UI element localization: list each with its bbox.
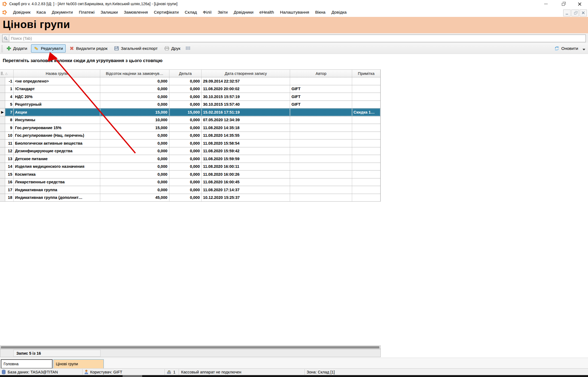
close-button[interactable] (571, 0, 588, 8)
cell-name[interactable]: Акции (14, 108, 100, 116)
menu-item-5[interactable]: Залишки (98, 8, 121, 16)
cell-id[interactable]: 9 (5, 124, 14, 132)
cell-created[interactable]: 11.08.2020 15:58:54 (202, 139, 290, 147)
cell-author[interactable] (290, 132, 352, 139)
cell-delta[interactable]: 0,000 (169, 124, 202, 132)
tab-price-groups[interactable]: Цінові групи (53, 359, 104, 369)
table-row[interactable]: 18Индикативная группа (дополнит…45,0000,… (0, 194, 380, 202)
cell-delta[interactable]: 0,000 (169, 139, 202, 147)
cell-name[interactable]: Инсулины (14, 116, 100, 124)
cell-note[interactable]: Скидка 1… (352, 108, 380, 116)
cell-name[interactable]: Дезинфицирующие средства (14, 147, 100, 155)
restore-button[interactable] (554, 0, 571, 8)
cell-note[interactable] (352, 124, 380, 132)
cell-author[interactable] (290, 147, 352, 155)
cell-id[interactable]: 4 (5, 93, 14, 101)
cell-markup[interactable]: 0,000 (100, 147, 169, 155)
cell-author[interactable]: GIFT (290, 85, 352, 93)
cell-author[interactable] (290, 163, 352, 171)
cell-delta[interactable]: 0,000 (169, 186, 202, 194)
table-row[interactable]: 13Детское питание0,0000,00011.08.2020 15… (0, 155, 380, 163)
search-input[interactable]: Поиск (Tab) (2, 35, 586, 42)
cell-note[interactable] (352, 132, 380, 139)
minimize-button[interactable] (537, 0, 554, 8)
cell-created[interactable]: 11.08.2020 20:00:02 (202, 85, 290, 93)
cell-created[interactable]: 11.08.2020 14:35:18 (202, 124, 290, 132)
cell-note[interactable] (352, 171, 380, 178)
table-row[interactable]: 1!Стандарт0,0000,00011.08.2020 20:00:02G… (0, 85, 380, 93)
cell-created[interactable]: 11.08.2020 17:14:37 (202, 186, 290, 194)
cell-markup[interactable]: 0,000 (100, 171, 169, 178)
menu-item-9[interactable]: Філії (200, 8, 215, 16)
cell-delta[interactable]: 0,000 (169, 155, 202, 163)
cell-markup[interactable]: 0,000 (100, 85, 169, 93)
cell-author[interactable] (290, 139, 352, 147)
column-header-author[interactable]: Автор (290, 70, 352, 77)
cell-id[interactable]: 1 (5, 85, 14, 93)
cell-delta[interactable]: 0,000 (169, 163, 202, 171)
cell-note[interactable] (352, 77, 380, 85)
cell-created[interactable]: 10.12.2020 15:25:37 (202, 194, 290, 202)
cell-markup[interactable]: 45,000 (100, 194, 169, 202)
cell-markup[interactable]: 0,000 (100, 155, 169, 163)
cell-delta[interactable]: 0,000 (169, 194, 202, 202)
cell-delta[interactable]: 0,000 (169, 171, 202, 178)
cell-author[interactable] (290, 171, 352, 178)
cell-delta[interactable]: 0,000 (169, 178, 202, 186)
cell-created[interactable]: 30.10.2015 15:57:40 (202, 101, 290, 108)
cell-note[interactable] (352, 93, 380, 101)
column-header-markup[interactable]: Відсоток націнки за замовчув… (100, 70, 169, 77)
table-row[interactable]: 17Индикативная группа0,0000,00011.08.202… (0, 186, 380, 194)
cell-note[interactable] (352, 147, 380, 155)
menu-item-4[interactable]: Платежі (76, 8, 98, 16)
print-button[interactable]: Друк (162, 44, 183, 53)
cell-id[interactable]: 11 (5, 139, 14, 147)
menu-item-7[interactable]: Сертифікати (151, 8, 182, 16)
table-row[interactable]: 11Биологически активные вещества0,0000,0… (0, 139, 380, 147)
cell-author[interactable] (290, 77, 352, 85)
cell-author[interactable] (290, 186, 352, 194)
table-row[interactable]: 10Гос.регулирование (Нац. перечень)0,000… (0, 132, 380, 140)
cell-name[interactable]: Гос.регулирование (Нац. перечень) (14, 132, 100, 139)
cell-author[interactable] (290, 108, 352, 116)
cell-name[interactable]: Гос.регулирование 15% (14, 124, 100, 132)
cell-created[interactable]: 30.10.2015 15:57:19 (202, 93, 290, 101)
menu-item-6[interactable]: Замовлення (121, 8, 151, 16)
horizontal-scrollbar[interactable] (0, 345, 381, 349)
table-corner-cell[interactable]: △ (0, 70, 14, 77)
column-header-note[interactable]: Примітка (352, 70, 380, 77)
menu-item-14[interactable]: Вікна (312, 8, 328, 16)
cell-name[interactable]: Лекарственные средства (14, 178, 100, 186)
column-header-delta[interactable]: Дельта (169, 70, 202, 77)
cell-id[interactable]: -1 (5, 77, 14, 85)
mdi-restore-button[interactable] (571, 10, 579, 16)
menu-item-12[interactable]: eHealth (257, 8, 277, 16)
cell-name[interactable]: <не определено> (14, 77, 100, 85)
table-row[interactable]: 12Дезинфицирующие средства0,0000,00011.0… (0, 147, 380, 155)
cell-author[interactable]: GIFT (290, 93, 352, 101)
cell-markup[interactable]: 0,000 (100, 132, 169, 139)
toolbar-grip[interactable] (1, 45, 3, 52)
table-row[interactable]: 16Лекарственные средства0,0000,00011.08.… (0, 178, 380, 186)
delete-row-button[interactable]: Видалити рядок (67, 44, 110, 53)
cell-id[interactable]: 16 (5, 178, 14, 186)
column-header-created[interactable]: Дата створення запису (202, 70, 290, 77)
table-row[interactable]: ▶7Акции15,00015,00015.02.2016 17:51:19Ск… (0, 108, 380, 116)
cell-note[interactable] (352, 101, 380, 108)
cell-name[interactable]: Изделия медицинского назначения (14, 163, 100, 171)
table-row[interactable]: 14Изделия медицинского назначения0,0000,… (0, 163, 380, 171)
menu-item-8[interactable]: Склад (182, 8, 200, 16)
cell-markup[interactable]: 0,000 (100, 101, 169, 108)
table-row[interactable]: 8Инсулины10,0000,00007.05.2020 12:34:39 (0, 116, 380, 124)
table-row[interactable]: 15Косметика0,0000,00011.08.2020 16:00:26 (0, 171, 380, 178)
cell-note[interactable] (352, 116, 380, 124)
cell-delta[interactable]: 0,000 (169, 147, 202, 155)
refresh-dropdown-caret[interactable] (583, 49, 585, 50)
cell-created[interactable]: 11.08.2020 14:35:55 (202, 132, 290, 139)
cell-name[interactable]: !Стандарт (14, 85, 100, 93)
cell-author[interactable] (290, 116, 352, 124)
cell-author[interactable] (290, 155, 352, 163)
menu-item-10[interactable]: Звіти (215, 8, 231, 16)
cell-markup[interactable]: 0,000 (100, 163, 169, 171)
cell-markup[interactable]: 0,000 (100, 77, 169, 85)
